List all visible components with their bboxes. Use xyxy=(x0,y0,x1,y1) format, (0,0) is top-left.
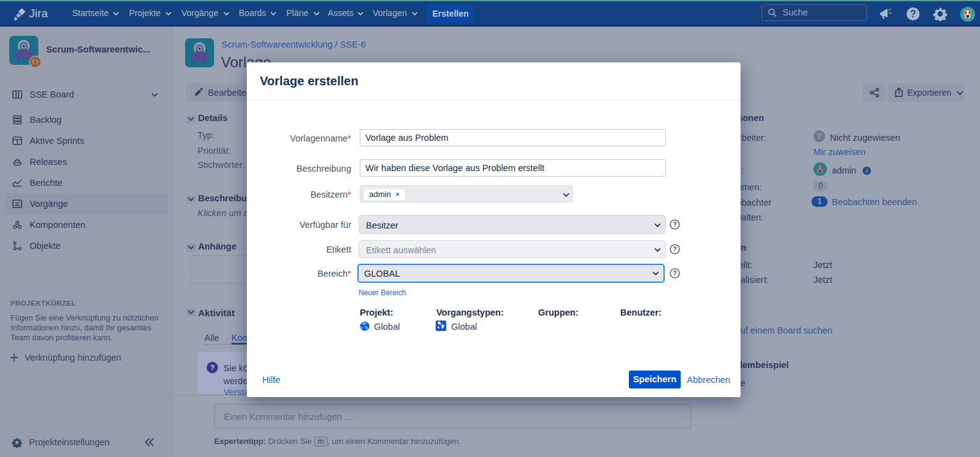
svg-text:?: ? xyxy=(673,246,676,253)
svg-text:?: ? xyxy=(910,9,916,19)
svg-text:?: ? xyxy=(210,363,214,371)
svg-text:?: ? xyxy=(673,221,676,228)
svg-text:?: ? xyxy=(673,270,676,277)
